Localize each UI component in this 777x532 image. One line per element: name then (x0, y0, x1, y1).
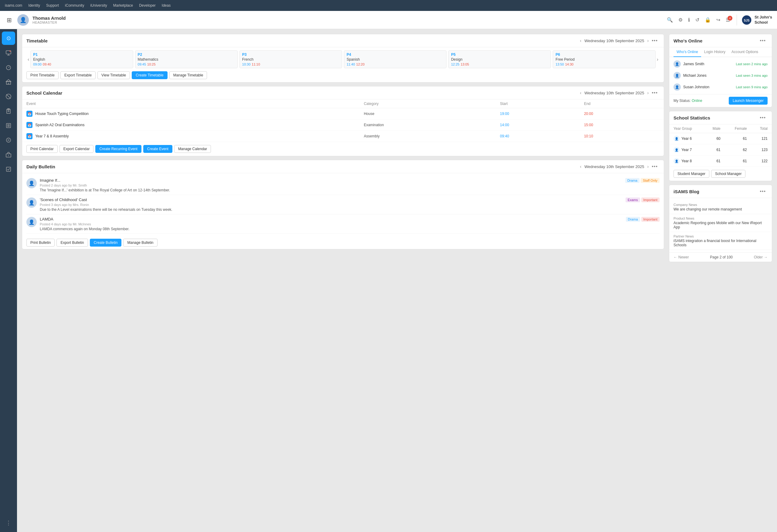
print-calendar-btn[interactable]: Print Calendar (26, 145, 58, 153)
tab-login-history[interactable]: Login History (701, 47, 729, 57)
print-bulletin-btn[interactable]: Print Bulletin (26, 239, 54, 247)
sidebar-item-timer[interactable] (2, 61, 15, 74)
sidebar-item-clipboard[interactable] (2, 104, 15, 118)
top-navigation: isams.com Identity Support iCommunity iU… (0, 0, 777, 11)
launch-messenger-btn[interactable]: Launch Messenger (729, 97, 768, 105)
create-recurring-event-btn[interactable]: Create Recurring Event (95, 145, 141, 153)
blog-pagination: ← Newer Page 2 of 100 Older → (669, 252, 772, 262)
grid-icon[interactable]: ⊞ (5, 15, 14, 25)
calendar-more-btn[interactable]: ••• (650, 90, 660, 96)
nav-identity[interactable]: Identity (28, 3, 40, 8)
lock-icon[interactable]: 🔒 (703, 16, 712, 24)
nav-ideas[interactable]: Ideas (162, 3, 171, 8)
blog-header: iSAMS Blog ••• (669, 185, 772, 198)
tt-scroll-right-btn[interactable]: › (656, 55, 660, 63)
blog-newer-btn[interactable]: ← Newer (673, 255, 689, 259)
logout-icon[interactable]: ↪ (715, 16, 722, 24)
bulletin-item-2-content: 'Scenes of Childhood' Cast Exams Importa… (40, 197, 660, 212)
nav-isams[interactable]: isams.com (5, 3, 22, 8)
bulletin-more-btn[interactable]: ••• (650, 163, 660, 170)
timetable-next-btn[interactable]: › (646, 38, 650, 44)
bulletin-tag-staff-1: Staff Only (641, 178, 660, 183)
nav-marketplace[interactable]: Marketplace (113, 3, 133, 8)
bulletin-item-1-meta: Posted 2 days ago by Mr. Smith (40, 183, 660, 187)
calendar-prev-btn[interactable]: ‹ (579, 90, 583, 96)
create-event-btn[interactable]: Create Event (143, 145, 173, 153)
create-bulletin-btn[interactable]: Create Bulletin (90, 239, 122, 247)
sidebar-item-building[interactable] (2, 75, 15, 89)
nav-support[interactable]: Support (46, 3, 59, 8)
print-timetable-btn[interactable]: Print Timetable (26, 71, 59, 79)
export-bulletin-btn[interactable]: Export Bulletin (57, 239, 88, 247)
p2-name: P2 (138, 52, 235, 57)
p2-subject: Mathematics (138, 57, 235, 61)
sidebar-more-btn[interactable]: ⋮ (2, 516, 15, 530)
stats-y7-female: 62 (725, 144, 751, 156)
whos-online-list: 👤 James Smith Last seen 2 mins ago 👤 Mic… (669, 57, 772, 94)
nav-iuniversity[interactable]: iUniversity (90, 3, 107, 8)
p3-start: 10:30 (242, 62, 251, 66)
bulletin-next-btn[interactable]: › (646, 163, 650, 169)
notifications[interactable]: ☰ 4 (725, 17, 731, 23)
search-icon[interactable]: 🔍 (666, 16, 674, 24)
timetable-more-btn[interactable]: ••• (650, 37, 660, 44)
settings-icon[interactable]: ⚙ (677, 16, 684, 24)
whos-online-status-bar: My Status: Online Launch Messenger (669, 94, 772, 107)
calendar-next-btn[interactable]: › (646, 90, 650, 96)
refresh-icon[interactable]: ↺ (694, 16, 700, 24)
blog-title: iSAMS Blog (673, 189, 758, 194)
bulletin-prev-btn[interactable]: ‹ (579, 163, 583, 169)
sidebar-item-list[interactable] (2, 119, 15, 132)
bulletin-date: Wednesday 10th September 2025 (584, 164, 644, 169)
export-calendar-btn[interactable]: Export Calendar (60, 145, 94, 153)
timetable-body: ‹ P1 English 09:00 09:40 (22, 47, 664, 82)
nav-developer[interactable]: Developer (139, 3, 156, 8)
statistics-more-btn[interactable]: ••• (758, 114, 768, 121)
school-manager-btn[interactable]: School Manager (711, 170, 746, 178)
manage-timetable-btn[interactable]: Manage Timetable (170, 71, 207, 79)
cal-event-name-1: House Touch Typing Competition (35, 112, 89, 116)
view-timetable-btn[interactable]: View Timetable (97, 71, 130, 79)
tab-account-options[interactable]: Account Options (729, 47, 761, 57)
p5-end: 13:05 (461, 62, 469, 66)
p2-end: 10:25 (147, 62, 156, 66)
tab-whos-online[interactable]: Who's Online (673, 47, 701, 57)
create-timetable-btn[interactable]: Create Timetable (132, 71, 167, 79)
sidebar-item-monitor[interactable] (2, 46, 15, 59)
stats-year-icon-3: 👤 (673, 158, 680, 164)
sidebar-item-job[interactable] (2, 148, 15, 161)
sidebar-item-no-entry[interactable] (2, 90, 15, 103)
list-item: 👤 'Scenes of Childhood' Cast Exams Impor… (26, 195, 660, 215)
content-right: Who's Online ••• Who's Online Login Hist… (669, 34, 772, 527)
p2-start: 09:45 (138, 62, 146, 66)
bulletin-item-2-title: 'Scenes of Childhood' Cast (40, 197, 624, 202)
sidebar-item-wheel[interactable] (2, 133, 15, 147)
timetable-prev-btn[interactable]: ‹ (579, 38, 583, 44)
bulletin-item-2-top: 'Scenes of Childhood' Cast Exams Importa… (40, 197, 660, 202)
calendar-buttons: Print Calendar Export Calendar Create Re… (22, 142, 664, 156)
export-timetable-btn[interactable]: Export Timetable (61, 71, 96, 79)
sidebar: ⊙ ⋮ (0, 29, 17, 532)
manage-bulletin-btn[interactable]: Manage Bulletin (123, 239, 157, 247)
sidebar-item-checklist[interactable] (2, 162, 15, 176)
info-icon[interactable]: ℹ (687, 16, 691, 24)
blog-more-btn[interactable]: ••• (758, 188, 768, 195)
whos-online-title: Who's Online (673, 38, 758, 43)
stats-y8-female: 61 (725, 156, 751, 167)
bulletin-title: Daily Bulletin (26, 164, 579, 169)
bulletin-item-3-tags: Drama Important (626, 217, 660, 222)
cal-cat-3: Assembly (360, 131, 496, 142)
stats-year-6: 👤 Year 6 (669, 133, 704, 144)
sidebar-item-dashboard[interactable]: ⊙ (2, 31, 15, 45)
nav-icommunity[interactable]: iCommunity (65, 3, 84, 8)
whos-online-more-btn[interactable]: ••• (758, 37, 768, 44)
manage-calendar-btn[interactable]: Manage Calendar (174, 145, 211, 153)
p3-name: P3 (242, 52, 339, 57)
svg-point-5 (9, 51, 11, 52)
p6-end: 14:30 (565, 62, 574, 66)
tt-period-p5: P5 Design 12:25 13:05 (448, 50, 551, 68)
tt-scroll-left-btn[interactable]: ‹ (26, 55, 30, 63)
stats-y6-male: 60 (704, 133, 725, 144)
student-manager-btn[interactable]: Student Manager (673, 170, 709, 178)
blog-older-btn[interactable]: Older → (754, 255, 768, 259)
